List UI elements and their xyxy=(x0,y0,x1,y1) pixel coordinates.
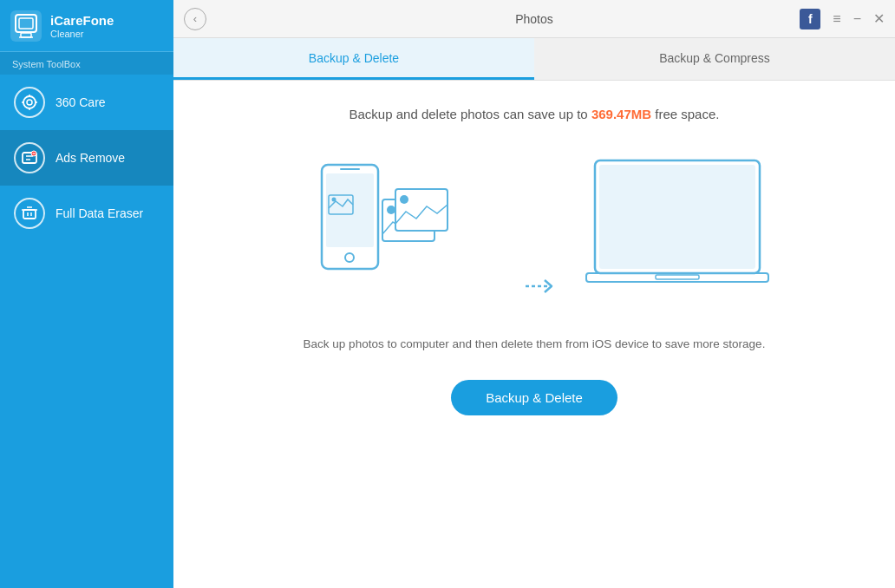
fullerase-icon xyxy=(14,198,45,229)
back-button[interactable]: ‹ xyxy=(184,8,206,30)
sidebar: iCareFone Cleaner System ToolBox 360 Car… xyxy=(0,0,173,588)
sidebar-item-label-fullerase: Full Data Eraser xyxy=(56,206,143,220)
svg-point-30 xyxy=(400,195,408,204)
sidebar-item-label-adsremove: Ads Remove xyxy=(56,151,125,165)
sidebar-item-label-360care: 360 Care xyxy=(56,95,106,109)
laptop-illustration xyxy=(582,147,773,304)
close-button[interactable]: ✕ xyxy=(873,10,885,27)
svg-point-6 xyxy=(27,100,32,105)
info-highlight: 369.47MB xyxy=(591,107,651,121)
sidebar-item-fullerase[interactable]: Full Data Eraser xyxy=(0,186,173,241)
360care-icon xyxy=(14,87,45,118)
adsremove-icon xyxy=(14,142,45,173)
content-area: Backup and delete photos can save up to … xyxy=(173,81,895,588)
menu-button[interactable]: ≡ xyxy=(833,11,840,27)
info-text-prefix: Backup and delete photos can save up to xyxy=(350,107,591,121)
backup-delete-button[interactable]: Backup & Delete xyxy=(451,380,617,415)
illustration xyxy=(296,147,773,304)
svg-rect-35 xyxy=(656,275,699,279)
info-text-suffix: free space. xyxy=(651,107,719,121)
tab-backup-delete[interactable]: Backup & Delete xyxy=(173,38,534,80)
main-content: ‹ Photos f ≡ − ✕ Backup & Delete Backup … xyxy=(173,0,895,588)
app-subtitle: Cleaner xyxy=(50,29,114,39)
svg-rect-33 xyxy=(599,165,755,269)
svg-point-24 xyxy=(345,253,354,262)
sidebar-item-360care[interactable]: 360 Care xyxy=(0,75,173,130)
facebook-button[interactable]: f xyxy=(800,9,820,29)
svg-rect-22 xyxy=(326,173,374,247)
app-name: iCareFone xyxy=(50,13,114,29)
titlebar-controls: f ≡ − ✕ xyxy=(800,9,885,29)
tab-backup-compress[interactable]: Backup & Compress xyxy=(534,38,895,80)
svg-point-28 xyxy=(387,206,395,214)
sidebar-header: iCareFone Cleaner xyxy=(0,0,173,52)
app-logo-icon xyxy=(10,10,42,42)
svg-point-26 xyxy=(332,198,336,202)
info-text: Backup and delete photos can save up to … xyxy=(350,107,720,121)
tabs: Backup & Delete Backup & Compress xyxy=(173,38,895,81)
svg-rect-16 xyxy=(23,210,36,219)
transfer-arrow xyxy=(521,269,556,304)
svg-point-5 xyxy=(23,96,36,108)
titlebar: ‹ Photos f ≡ − ✕ xyxy=(173,0,895,38)
phone-photos-illustration xyxy=(296,147,495,304)
page-title: Photos xyxy=(173,12,895,26)
description-text: Back up photos to computer and then dele… xyxy=(304,335,766,354)
sidebar-section-label: System ToolBox xyxy=(0,52,173,75)
sidebar-brand: iCareFone Cleaner xyxy=(50,13,114,39)
titlebar-left: ‹ xyxy=(184,8,206,30)
sidebar-item-adsremove[interactable]: Ads Remove xyxy=(0,130,173,186)
minimize-button[interactable]: − xyxy=(853,11,861,27)
